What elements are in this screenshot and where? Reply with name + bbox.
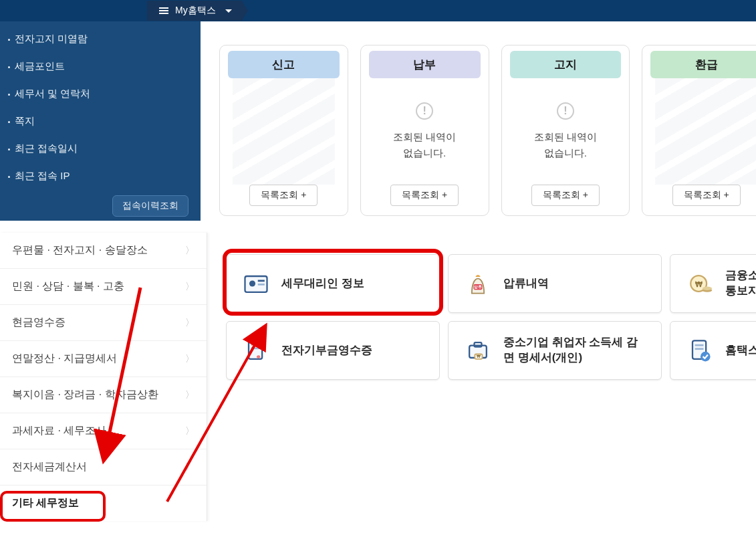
card-head: 신고 [228,51,340,78]
card-list-button[interactable]: 목록조회 + [531,185,600,206]
ls-item-label: 연말정산 · 지급명세서 [12,352,117,366]
ls-item-year-end-settlement[interactable]: 연말정산 · 지급명세서 〉 [0,341,207,377]
ls-item-e-tax-invoice[interactable]: 전자세금계산서 〉 [0,449,207,486]
ls-item-label: 기타 세무정보 [12,496,79,510]
card-head: 납부 [369,51,481,78]
ls-item-label: 민원 · 상담 · 불복 · 고충 [12,280,124,294]
placeholder-shimmer [233,78,335,185]
svg-point-9 [703,287,713,291]
placeholder-shimmer [655,78,756,185]
seizure-bag-icon: 압류 [463,269,493,298]
ls-item-taxation-data[interactable]: 과세자료 · 세무조사 〉 [0,413,207,449]
card-refund: 환급 목록조회 + [642,45,756,216]
top-bar: My홈택스 [0,0,756,21]
won-coins-icon: ₩ [685,269,715,298]
ds-item-last-login-ip[interactable]: 최근 접속 IP [12,163,188,190]
ls-item-other-tax-info[interactable]: 기타 세무정보 [0,486,207,521]
donation-receipt-icon [241,336,271,365]
ls-item-welfare-grant-loan[interactable]: 복지이음 · 장려금 · 학자금상환 〉 [0,377,207,413]
svg-text:압류: 압류 [474,285,482,290]
tile-label: 전자기부금영수증 [281,343,372,358]
login-history-button[interactable]: 접속이력조회 [112,195,188,217]
svg-point-1 [249,280,255,286]
ls-item-label: 전자세금계산서 [12,460,87,474]
tile-tax-agent-info[interactable]: 세무대리인 정보 [226,254,440,313]
receipt-check-icon [685,336,715,365]
card-report: 신고 목록조회 + [219,45,348,216]
svg-text:₩: ₩ [477,354,481,358]
svg-rect-19 [695,348,704,350]
ds-item-last-login-time[interactable]: 최근 접속일시 [12,135,188,163]
ds-item-tax-office-contact[interactable]: 세무서 및 연락처 [12,80,188,108]
account-info-panel: 전자고지 미열람 세금포인트 세무서 및 연락처 쪽지 최근 접속일시 최근 접… [0,21,201,221]
card-empty-text: 조회된 내역이없습니다. [393,129,456,161]
briefcase-won-icon: ₩ [463,336,493,365]
ds-item-tax-points[interactable]: 세금포인트 [12,53,188,80]
topbar-tab-myhometax[interactable]: My홈택스 [147,1,248,21]
card-empty-text: 조회된 내역이없습니다. [534,129,597,161]
tile-label: 중소기업 취업자 소득세 감면 명세서(개인) [503,335,646,366]
tile-label: 압류내역 [503,276,549,292]
ls-item-label: 복지이음 · 장려금 · 학자금상환 [12,388,158,402]
summary-cards-row: 신고 목록조회 + 납부 ! 조회된 내역이없습니다. 목록조회 + 고지 ! … [219,45,756,216]
svg-rect-12 [251,347,260,349]
svg-rect-14 [475,342,482,346]
tile-hometax-etc[interactable]: 홈택스 [670,321,756,380]
card-head: 환급 [650,51,756,78]
tile-label: 세무대리인 정보 [281,276,364,292]
topbar-tab-label: My홈택스 [175,5,216,17]
svg-rect-3 [258,284,265,286]
chevron-right-icon: 〉 [185,425,195,437]
ls-item-mail-notice[interactable]: 우편물 · 전자고지 · 송달장소 〉 [0,233,207,269]
tile-seizure-details[interactable]: 압류 압류내역 [448,254,662,313]
chevron-right-icon: 〉 [185,353,195,365]
ls-item-label: 우편물 · 전자고지 · 송달장소 [12,243,148,257]
svg-rect-11 [251,344,260,346]
card-head: 고지 [510,51,622,78]
ls-item-civil-complaint[interactable]: 민원 · 상담 · 불복 · 고충 〉 [0,269,207,305]
tile-label: 금융소통보자 [725,268,756,299]
chevron-down-icon [225,9,232,13]
empty-state-icon: ! [557,102,574,120]
card-payment: 납부 ! 조회된 내역이없습니다. 목록조회 + [360,45,489,216]
chevron-right-icon: 〉 [185,461,195,473]
chevron-right-icon: 〉 [185,389,195,401]
category-sidebar: 우편물 · 전자고지 · 송달장소 〉 민원 · 상담 · 불복 · 고충 〉 … [0,233,207,521]
svg-rect-18 [695,344,704,346]
chevron-right-icon: 〉 [185,281,195,293]
card-notice: 고지 ! 조회된 내역이없습니다. 목록조회 + [501,45,630,216]
ls-item-label: 현금영수증 [12,316,66,330]
chevron-right-icon: 〉 [185,317,195,329]
id-card-icon [241,269,271,298]
tile-sme-employee-tax-relief[interactable]: ₩ 중소기업 취업자 소득세 감면 명세서(개인) [448,321,662,380]
hamburger-icon [159,7,168,14]
ls-item-cash-receipt[interactable]: 현금영수증 〉 [0,305,207,341]
tile-label: 홈택스 [725,343,756,358]
card-list-button[interactable]: 목록조회 + [249,185,318,206]
ds-item-e-notice-unread[interactable]: 전자고지 미열람 [12,25,188,53]
tile-e-donation-receipt[interactable]: 전자기부금영수증 [226,321,440,380]
tile-grid: 세무대리인 정보 압류 압류내역 ₩ 금융소통보자 전자기부금영수증 [226,254,756,380]
svg-text:₩: ₩ [695,280,703,288]
empty-state-icon: ! [416,102,433,120]
ls-item-label: 과세자료 · 세무조사 [12,424,106,438]
chevron-right-icon: 〉 [185,245,195,257]
svg-rect-2 [258,280,265,282]
tile-financial-income[interactable]: ₩ 금융소통보자 [670,254,756,313]
ds-item-messages[interactable]: 쪽지 [12,108,188,135]
card-list-button[interactable]: 목록조회 + [672,185,741,206]
card-list-button[interactable]: 목록조회 + [390,185,459,206]
